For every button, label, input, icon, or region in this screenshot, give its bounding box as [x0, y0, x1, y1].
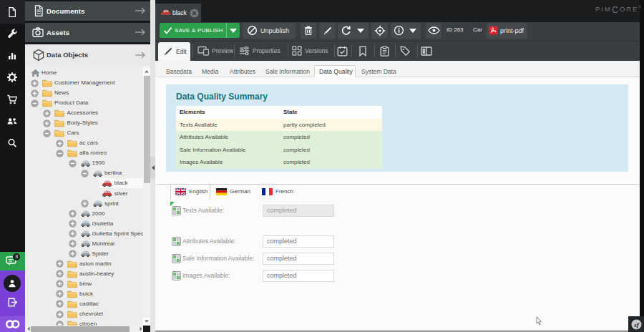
svg-text:sf: sf [633, 321, 640, 328]
